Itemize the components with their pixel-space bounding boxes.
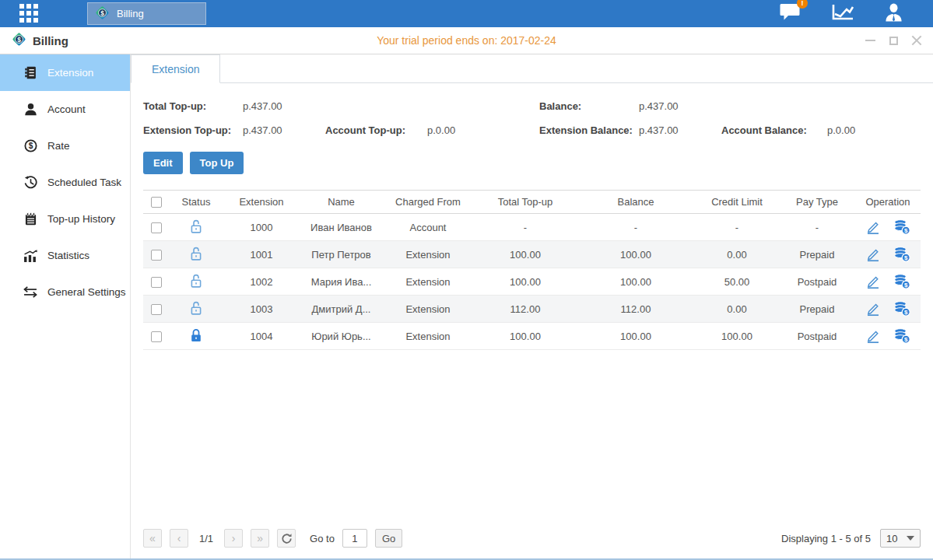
edit-row-icon[interactable] <box>865 220 881 235</box>
balance-cell: 100.00 <box>577 268 695 296</box>
first-page-button[interactable]: « <box>143 529 162 548</box>
column-header-extension: Extension <box>223 191 300 214</box>
trial-notice: Your trial period ends on: 2017-02-24 <box>0 34 933 47</box>
total-topup-cell: - <box>474 214 577 241</box>
refresh-button[interactable] <box>277 529 296 548</box>
column-header-credit-limit: Credit Limit <box>695 191 779 214</box>
extension-table-wrap: StatusExtensionNameCharged FromTotal Top… <box>131 190 933 350</box>
operation-cell: $ <box>855 296 921 323</box>
minimize-button[interactable] <box>865 35 875 46</box>
apps-grid-icon[interactable] <box>16 0 42 27</box>
edit-row-icon[interactable] <box>865 329 881 344</box>
row-checkbox[interactable] <box>151 277 162 288</box>
notifications-chat-icon[interactable]: ! <box>780 2 801 25</box>
svg-text:$: $ <box>904 309 908 316</box>
page-size-select[interactable]: 10 <box>880 529 921 548</box>
charged-from-cell: Extension <box>382 323 474 350</box>
sidebar-item-statistics[interactable]: Statistics <box>0 237 130 274</box>
account-icon <box>23 103 37 117</box>
credit-limit-cell: 100.00 <box>695 323 779 350</box>
prev-page-button[interactable]: ‹ <box>170 529 188 548</box>
sidebar-item-label: Top-up History <box>47 213 115 225</box>
operation-cell: $ <box>855 214 921 241</box>
svg-text:$: $ <box>904 282 908 289</box>
sidebar-item-label: General Settings <box>47 286 126 298</box>
topup-row-icon[interactable]: $ <box>893 247 910 262</box>
sidebar-item-top-up-history[interactable]: Top-up History <box>0 201 130 237</box>
edit-row-icon[interactable] <box>865 247 881 262</box>
topup-row-icon[interactable]: $ <box>893 274 910 289</box>
close-button[interactable] <box>911 35 922 46</box>
rate-icon: $ <box>23 139 37 153</box>
general-settings-icon <box>23 285 37 299</box>
column-header-name: Name <box>300 191 382 214</box>
billing-diamond-icon: $ <box>94 5 110 23</box>
svg-text:$: $ <box>100 9 104 16</box>
name-cell: Юрий Юрь... <box>300 323 382 350</box>
pay-type-cell: Postpaid <box>779 323 855 350</box>
status-unlocked-icon <box>189 300 203 316</box>
sidebar-item-extension[interactable]: Extension <box>0 54 130 91</box>
extension-table: StatusExtensionNameCharged FromTotal Top… <box>143 190 921 350</box>
extension-balance-value: p.437.00 <box>639 124 721 136</box>
line-chart-icon <box>831 2 854 25</box>
top-up-button[interactable]: Top Up <box>190 152 244 174</box>
total-topup-cell: 100.00 <box>474 323 577 350</box>
charged-from-cell: Extension <box>382 268 474 296</box>
window-title-bar: Your trial period ends on: 2017-02-24 $ … <box>0 27 933 54</box>
displaying-text: Displaying 1 - 5 of 5 <box>781 533 871 544</box>
column-header-checkbox <box>143 191 170 214</box>
person-icon <box>884 2 903 26</box>
table-row: 1002Мария Ива...Extension100.00100.0050.… <box>143 268 921 296</box>
column-header-pay-type: Pay Type <box>779 191 855 214</box>
sidebar-item-label: Statistics <box>47 250 89 261</box>
topup-row-icon[interactable]: $ <box>893 328 910 344</box>
select-all-checkbox[interactable] <box>151 197 162 208</box>
status-unlocked-icon <box>189 273 203 289</box>
goto-label: Go to <box>310 533 335 544</box>
extension-topup-value: p.437.00 <box>243 124 325 136</box>
charged-from-cell: Extension <box>382 241 474 268</box>
column-header-charged-from: Charged From <box>382 191 474 214</box>
sidebar-item-label: Rate <box>47 140 70 152</box>
extension-balance-label: Extension Balance: <box>539 124 639 136</box>
edit-button[interactable]: Edit <box>143 152 183 174</box>
column-header-balance: Balance <box>577 191 695 214</box>
go-button[interactable]: Go <box>375 529 402 548</box>
scheduled-task-icon <box>23 176 37 190</box>
chevron-down-icon <box>907 536 914 541</box>
extension-icon <box>23 66 37 80</box>
svg-text:$: $ <box>28 142 33 150</box>
total-topup-value: p.437.00 <box>243 100 282 112</box>
maximize-button[interactable] <box>888 35 899 46</box>
total-topup-cell: 112.00 <box>474 296 577 323</box>
svg-text:$: $ <box>904 336 908 343</box>
sidebar-item-scheduled-task[interactable]: Scheduled Task <box>0 164 130 201</box>
next-page-button[interactable]: › <box>224 529 243 548</box>
topup-row-icon[interactable]: $ <box>893 301 910 317</box>
topup-row-icon[interactable]: $ <box>893 219 910 235</box>
account-balance-value: p.0.00 <box>827 124 855 136</box>
credit-limit-cell: 50.00 <box>695 268 779 296</box>
edit-row-icon[interactable] <box>865 302 881 317</box>
goto-page-input[interactable] <box>342 529 367 548</box>
row-checkbox[interactable] <box>151 250 162 261</box>
user-account-icon[interactable] <box>884 2 903 26</box>
sidebar-item-label: Scheduled Task <box>47 177 121 188</box>
tab-extension[interactable]: Extension <box>131 54 220 83</box>
taskbar-item-billing[interactable]: $ Billing <box>87 2 206 25</box>
charged-from-cell: Extension <box>382 296 474 323</box>
operation-cell: $ <box>855 268 921 296</box>
sidebar-item-account[interactable]: Account <box>0 91 130 128</box>
edit-row-icon[interactable] <box>865 275 881 289</box>
balance-cell: 100.00 <box>577 241 695 268</box>
row-checkbox[interactable] <box>151 304 162 315</box>
svg-text:$: $ <box>17 35 21 43</box>
last-page-button[interactable]: » <box>251 529 269 548</box>
row-checkbox[interactable] <box>151 222 162 233</box>
sidebar-item-rate[interactable]: $ Rate <box>0 128 130 164</box>
sidebar-item-general-settings[interactable]: General Settings <box>0 274 130 310</box>
resource-monitor-icon[interactable] <box>831 2 854 25</box>
row-checkbox[interactable] <box>151 331 162 342</box>
content-panel: Extension Total Top-up: p.437.00 Extensi… <box>131 54 933 558</box>
